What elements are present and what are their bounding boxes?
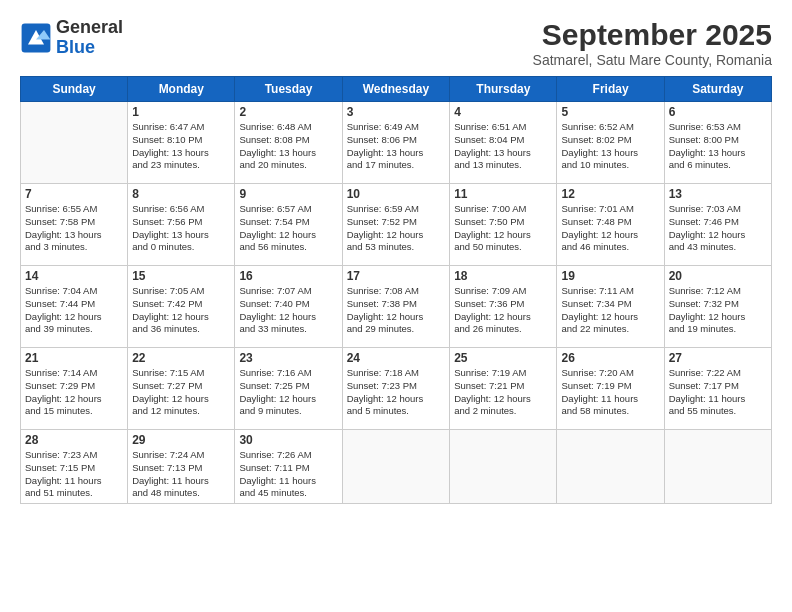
- calendar-day-cell: 2Sunrise: 6:48 AM Sunset: 8:08 PM Daylig…: [235, 102, 342, 184]
- day-number: 26: [561, 351, 659, 365]
- calendar-day-cell: 8Sunrise: 6:56 AM Sunset: 7:56 PM Daylig…: [128, 184, 235, 266]
- header: General Blue September 2025 Satmarel, Sa…: [20, 18, 772, 68]
- day-number: 21: [25, 351, 123, 365]
- day-info: Sunrise: 6:51 AM Sunset: 8:04 PM Dayligh…: [454, 121, 552, 172]
- day-info: Sunrise: 6:48 AM Sunset: 8:08 PM Dayligh…: [239, 121, 337, 172]
- weekday-header-tuesday: Tuesday: [235, 77, 342, 102]
- calendar-day-cell: 14Sunrise: 7:04 AM Sunset: 7:44 PM Dayli…: [21, 266, 128, 348]
- day-info: Sunrise: 6:59 AM Sunset: 7:52 PM Dayligh…: [347, 203, 446, 254]
- calendar-day-cell: 3Sunrise: 6:49 AM Sunset: 8:06 PM Daylig…: [342, 102, 450, 184]
- calendar-day-cell: 25Sunrise: 7:19 AM Sunset: 7:21 PM Dayli…: [450, 348, 557, 430]
- day-number: 2: [239, 105, 337, 119]
- calendar-day-cell: 1Sunrise: 6:47 AM Sunset: 8:10 PM Daylig…: [128, 102, 235, 184]
- calendar-day-cell: 26Sunrise: 7:20 AM Sunset: 7:19 PM Dayli…: [557, 348, 664, 430]
- calendar-day-cell: [664, 430, 771, 504]
- day-info: Sunrise: 6:49 AM Sunset: 8:06 PM Dayligh…: [347, 121, 446, 172]
- logo-icon: [20, 22, 52, 54]
- day-number: 6: [669, 105, 767, 119]
- logo: General Blue: [20, 18, 123, 58]
- calendar-day-cell: [342, 430, 450, 504]
- calendar-week-row: 1Sunrise: 6:47 AM Sunset: 8:10 PM Daylig…: [21, 102, 772, 184]
- calendar-day-cell: 27Sunrise: 7:22 AM Sunset: 7:17 PM Dayli…: [664, 348, 771, 430]
- logo-general: General: [56, 17, 123, 37]
- day-number: 28: [25, 433, 123, 447]
- day-info: Sunrise: 7:16 AM Sunset: 7:25 PM Dayligh…: [239, 367, 337, 418]
- calendar-day-cell: 23Sunrise: 7:16 AM Sunset: 7:25 PM Dayli…: [235, 348, 342, 430]
- day-info: Sunrise: 7:12 AM Sunset: 7:32 PM Dayligh…: [669, 285, 767, 336]
- day-info: Sunrise: 7:03 AM Sunset: 7:46 PM Dayligh…: [669, 203, 767, 254]
- weekday-header-sunday: Sunday: [21, 77, 128, 102]
- day-info: Sunrise: 7:08 AM Sunset: 7:38 PM Dayligh…: [347, 285, 446, 336]
- day-info: Sunrise: 7:01 AM Sunset: 7:48 PM Dayligh…: [561, 203, 659, 254]
- day-info: Sunrise: 7:07 AM Sunset: 7:40 PM Dayligh…: [239, 285, 337, 336]
- day-number: 19: [561, 269, 659, 283]
- calendar-day-cell: 21Sunrise: 7:14 AM Sunset: 7:29 PM Dayli…: [21, 348, 128, 430]
- calendar-day-cell: 6Sunrise: 6:53 AM Sunset: 8:00 PM Daylig…: [664, 102, 771, 184]
- weekday-header-thursday: Thursday: [450, 77, 557, 102]
- calendar-day-cell: 5Sunrise: 6:52 AM Sunset: 8:02 PM Daylig…: [557, 102, 664, 184]
- day-number: 10: [347, 187, 446, 201]
- day-number: 3: [347, 105, 446, 119]
- weekday-header-saturday: Saturday: [664, 77, 771, 102]
- calendar-day-cell: 24Sunrise: 7:18 AM Sunset: 7:23 PM Dayli…: [342, 348, 450, 430]
- calendar-week-row: 21Sunrise: 7:14 AM Sunset: 7:29 PM Dayli…: [21, 348, 772, 430]
- day-info: Sunrise: 7:00 AM Sunset: 7:50 PM Dayligh…: [454, 203, 552, 254]
- day-number: 24: [347, 351, 446, 365]
- day-number: 25: [454, 351, 552, 365]
- day-number: 11: [454, 187, 552, 201]
- logo-text: General Blue: [56, 18, 123, 58]
- weekday-header-wednesday: Wednesday: [342, 77, 450, 102]
- day-info: Sunrise: 7:26 AM Sunset: 7:11 PM Dayligh…: [239, 449, 337, 500]
- day-info: Sunrise: 7:18 AM Sunset: 7:23 PM Dayligh…: [347, 367, 446, 418]
- calendar-day-cell: 28Sunrise: 7:23 AM Sunset: 7:15 PM Dayli…: [21, 430, 128, 504]
- day-info: Sunrise: 6:56 AM Sunset: 7:56 PM Dayligh…: [132, 203, 230, 254]
- calendar-day-cell: 20Sunrise: 7:12 AM Sunset: 7:32 PM Dayli…: [664, 266, 771, 348]
- calendar-day-cell: 15Sunrise: 7:05 AM Sunset: 7:42 PM Dayli…: [128, 266, 235, 348]
- day-number: 22: [132, 351, 230, 365]
- day-info: Sunrise: 7:05 AM Sunset: 7:42 PM Dayligh…: [132, 285, 230, 336]
- calendar-day-cell: 4Sunrise: 6:51 AM Sunset: 8:04 PM Daylig…: [450, 102, 557, 184]
- day-info: Sunrise: 7:04 AM Sunset: 7:44 PM Dayligh…: [25, 285, 123, 336]
- day-info: Sunrise: 7:09 AM Sunset: 7:36 PM Dayligh…: [454, 285, 552, 336]
- day-number: 4: [454, 105, 552, 119]
- day-info: Sunrise: 7:23 AM Sunset: 7:15 PM Dayligh…: [25, 449, 123, 500]
- calendar-week-row: 28Sunrise: 7:23 AM Sunset: 7:15 PM Dayli…: [21, 430, 772, 504]
- calendar-day-cell: 13Sunrise: 7:03 AM Sunset: 7:46 PM Dayli…: [664, 184, 771, 266]
- day-info: Sunrise: 6:47 AM Sunset: 8:10 PM Dayligh…: [132, 121, 230, 172]
- day-number: 13: [669, 187, 767, 201]
- day-number: 30: [239, 433, 337, 447]
- logo-blue: Blue: [56, 37, 95, 57]
- calendar-day-cell: 16Sunrise: 7:07 AM Sunset: 7:40 PM Dayli…: [235, 266, 342, 348]
- calendar-day-cell: 10Sunrise: 6:59 AM Sunset: 7:52 PM Dayli…: [342, 184, 450, 266]
- month-title: September 2025: [533, 18, 772, 52]
- day-info: Sunrise: 6:53 AM Sunset: 8:00 PM Dayligh…: [669, 121, 767, 172]
- day-info: Sunrise: 7:20 AM Sunset: 7:19 PM Dayligh…: [561, 367, 659, 418]
- weekday-header-friday: Friday: [557, 77, 664, 102]
- weekday-header-monday: Monday: [128, 77, 235, 102]
- calendar-day-cell: 9Sunrise: 6:57 AM Sunset: 7:54 PM Daylig…: [235, 184, 342, 266]
- calendar-day-cell: 17Sunrise: 7:08 AM Sunset: 7:38 PM Dayli…: [342, 266, 450, 348]
- day-info: Sunrise: 7:24 AM Sunset: 7:13 PM Dayligh…: [132, 449, 230, 500]
- day-number: 18: [454, 269, 552, 283]
- calendar-header-row: SundayMondayTuesdayWednesdayThursdayFrid…: [21, 77, 772, 102]
- calendar-week-row: 7Sunrise: 6:55 AM Sunset: 7:58 PM Daylig…: [21, 184, 772, 266]
- calendar-table: SundayMondayTuesdayWednesdayThursdayFrid…: [20, 76, 772, 504]
- calendar-day-cell: [557, 430, 664, 504]
- day-number: 5: [561, 105, 659, 119]
- day-info: Sunrise: 6:55 AM Sunset: 7:58 PM Dayligh…: [25, 203, 123, 254]
- calendar-week-row: 14Sunrise: 7:04 AM Sunset: 7:44 PM Dayli…: [21, 266, 772, 348]
- day-number: 17: [347, 269, 446, 283]
- calendar-day-cell: 7Sunrise: 6:55 AM Sunset: 7:58 PM Daylig…: [21, 184, 128, 266]
- calendar-day-cell: 29Sunrise: 7:24 AM Sunset: 7:13 PM Dayli…: [128, 430, 235, 504]
- calendar-day-cell: 19Sunrise: 7:11 AM Sunset: 7:34 PM Dayli…: [557, 266, 664, 348]
- day-info: Sunrise: 6:52 AM Sunset: 8:02 PM Dayligh…: [561, 121, 659, 172]
- day-info: Sunrise: 7:14 AM Sunset: 7:29 PM Dayligh…: [25, 367, 123, 418]
- page: General Blue September 2025 Satmarel, Sa…: [0, 0, 792, 612]
- day-info: Sunrise: 7:15 AM Sunset: 7:27 PM Dayligh…: [132, 367, 230, 418]
- day-number: 8: [132, 187, 230, 201]
- day-number: 20: [669, 269, 767, 283]
- calendar-day-cell: [21, 102, 128, 184]
- calendar-day-cell: 22Sunrise: 7:15 AM Sunset: 7:27 PM Dayli…: [128, 348, 235, 430]
- day-info: Sunrise: 7:19 AM Sunset: 7:21 PM Dayligh…: [454, 367, 552, 418]
- day-number: 7: [25, 187, 123, 201]
